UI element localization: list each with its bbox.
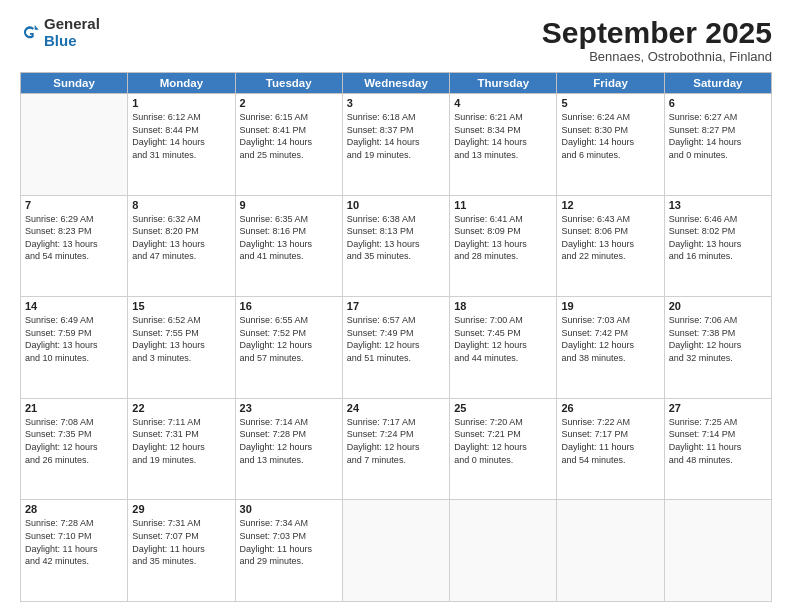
calendar-cell: 1Sunrise: 6:12 AM Sunset: 8:44 PM Daylig… — [128, 94, 235, 196]
header-monday: Monday — [128, 73, 235, 94]
calendar-cell: 27Sunrise: 7:25 AM Sunset: 7:14 PM Dayli… — [664, 398, 771, 500]
day-info: Sunrise: 7:08 AM Sunset: 7:35 PM Dayligh… — [25, 416, 123, 466]
day-info: Sunrise: 7:31 AM Sunset: 7:07 PM Dayligh… — [132, 517, 230, 567]
title-block: September 2025 Bennaes, Ostrobothnia, Fi… — [542, 16, 772, 64]
calendar-cell: 4Sunrise: 6:21 AM Sunset: 8:34 PM Daylig… — [450, 94, 557, 196]
calendar-cell: 26Sunrise: 7:22 AM Sunset: 7:17 PM Dayli… — [557, 398, 664, 500]
day-number: 18 — [454, 300, 552, 312]
calendar-cell — [21, 94, 128, 196]
day-number: 2 — [240, 97, 338, 109]
day-number: 6 — [669, 97, 767, 109]
header-thursday: Thursday — [450, 73, 557, 94]
day-info: Sunrise: 7:00 AM Sunset: 7:45 PM Dayligh… — [454, 314, 552, 364]
day-number: 21 — [25, 402, 123, 414]
calendar-cell: 30Sunrise: 7:34 AM Sunset: 7:03 PM Dayli… — [235, 500, 342, 602]
calendar-cell — [342, 500, 449, 602]
day-number: 10 — [347, 199, 445, 211]
calendar-cell: 22Sunrise: 7:11 AM Sunset: 7:31 PM Dayli… — [128, 398, 235, 500]
day-info: Sunrise: 7:34 AM Sunset: 7:03 PM Dayligh… — [240, 517, 338, 567]
calendar-cell: 12Sunrise: 6:43 AM Sunset: 8:06 PM Dayli… — [557, 195, 664, 297]
calendar-cell: 9Sunrise: 6:35 AM Sunset: 8:16 PM Daylig… — [235, 195, 342, 297]
logo: General Blue — [20, 16, 100, 49]
day-info: Sunrise: 6:18 AM Sunset: 8:37 PM Dayligh… — [347, 111, 445, 161]
calendar-cell: 6Sunrise: 6:27 AM Sunset: 8:27 PM Daylig… — [664, 94, 771, 196]
header-sunday: Sunday — [21, 73, 128, 94]
day-number: 7 — [25, 199, 123, 211]
month-title: September 2025 — [542, 16, 772, 49]
calendar-cell: 28Sunrise: 7:28 AM Sunset: 7:10 PM Dayli… — [21, 500, 128, 602]
day-number: 20 — [669, 300, 767, 312]
weekday-header-row: Sunday Monday Tuesday Wednesday Thursday… — [21, 73, 772, 94]
calendar-cell: 19Sunrise: 7:03 AM Sunset: 7:42 PM Dayli… — [557, 297, 664, 399]
day-info: Sunrise: 6:21 AM Sunset: 8:34 PM Dayligh… — [454, 111, 552, 161]
calendar-cell: 15Sunrise: 6:52 AM Sunset: 7:55 PM Dayli… — [128, 297, 235, 399]
day-info: Sunrise: 6:52 AM Sunset: 7:55 PM Dayligh… — [132, 314, 230, 364]
day-info: Sunrise: 6:41 AM Sunset: 8:09 PM Dayligh… — [454, 213, 552, 263]
calendar-cell: 2Sunrise: 6:15 AM Sunset: 8:41 PM Daylig… — [235, 94, 342, 196]
day-info: Sunrise: 6:49 AM Sunset: 7:59 PM Dayligh… — [25, 314, 123, 364]
calendar-cell: 21Sunrise: 7:08 AM Sunset: 7:35 PM Dayli… — [21, 398, 128, 500]
day-info: Sunrise: 6:27 AM Sunset: 8:27 PM Dayligh… — [669, 111, 767, 161]
day-number: 19 — [561, 300, 659, 312]
day-number: 15 — [132, 300, 230, 312]
day-number: 30 — [240, 503, 338, 515]
day-number: 3 — [347, 97, 445, 109]
calendar-cell: 11Sunrise: 6:41 AM Sunset: 8:09 PM Dayli… — [450, 195, 557, 297]
day-number: 27 — [669, 402, 767, 414]
day-number: 14 — [25, 300, 123, 312]
day-info: Sunrise: 6:15 AM Sunset: 8:41 PM Dayligh… — [240, 111, 338, 161]
calendar-cell: 25Sunrise: 7:20 AM Sunset: 7:21 PM Dayli… — [450, 398, 557, 500]
day-info: Sunrise: 6:29 AM Sunset: 8:23 PM Dayligh… — [25, 213, 123, 263]
calendar-cell — [450, 500, 557, 602]
day-info: Sunrise: 7:25 AM Sunset: 7:14 PM Dayligh… — [669, 416, 767, 466]
day-info: Sunrise: 6:35 AM Sunset: 8:16 PM Dayligh… — [240, 213, 338, 263]
header-saturday: Saturday — [664, 73, 771, 94]
logo-text: General Blue — [44, 16, 100, 49]
calendar-cell — [664, 500, 771, 602]
calendar-body: 1Sunrise: 6:12 AM Sunset: 8:44 PM Daylig… — [21, 94, 772, 602]
header-tuesday: Tuesday — [235, 73, 342, 94]
day-number: 13 — [669, 199, 767, 211]
calendar-week-5: 28Sunrise: 7:28 AM Sunset: 7:10 PM Dayli… — [21, 500, 772, 602]
day-info: Sunrise: 7:14 AM Sunset: 7:28 PM Dayligh… — [240, 416, 338, 466]
calendar-week-4: 21Sunrise: 7:08 AM Sunset: 7:35 PM Dayli… — [21, 398, 772, 500]
calendar-cell: 16Sunrise: 6:55 AM Sunset: 7:52 PM Dayli… — [235, 297, 342, 399]
day-number: 1 — [132, 97, 230, 109]
day-number: 26 — [561, 402, 659, 414]
day-info: Sunrise: 6:55 AM Sunset: 7:52 PM Dayligh… — [240, 314, 338, 364]
calendar-cell: 23Sunrise: 7:14 AM Sunset: 7:28 PM Dayli… — [235, 398, 342, 500]
day-number: 8 — [132, 199, 230, 211]
calendar-cell: 13Sunrise: 6:46 AM Sunset: 8:02 PM Dayli… — [664, 195, 771, 297]
calendar-cell: 14Sunrise: 6:49 AM Sunset: 7:59 PM Dayli… — [21, 297, 128, 399]
header-wednesday: Wednesday — [342, 73, 449, 94]
calendar-cell: 29Sunrise: 7:31 AM Sunset: 7:07 PM Dayli… — [128, 500, 235, 602]
day-info: Sunrise: 7:11 AM Sunset: 7:31 PM Dayligh… — [132, 416, 230, 466]
calendar-cell: 7Sunrise: 6:29 AM Sunset: 8:23 PM Daylig… — [21, 195, 128, 297]
day-info: Sunrise: 6:24 AM Sunset: 8:30 PM Dayligh… — [561, 111, 659, 161]
calendar-table: Sunday Monday Tuesday Wednesday Thursday… — [20, 72, 772, 602]
calendar-cell: 20Sunrise: 7:06 AM Sunset: 7:38 PM Dayli… — [664, 297, 771, 399]
calendar-week-1: 1Sunrise: 6:12 AM Sunset: 8:44 PM Daylig… — [21, 94, 772, 196]
day-number: 17 — [347, 300, 445, 312]
day-info: Sunrise: 6:43 AM Sunset: 8:06 PM Dayligh… — [561, 213, 659, 263]
page: General Blue September 2025 Bennaes, Ost… — [0, 0, 792, 612]
day-info: Sunrise: 6:46 AM Sunset: 8:02 PM Dayligh… — [669, 213, 767, 263]
calendar-week-3: 14Sunrise: 6:49 AM Sunset: 7:59 PM Dayli… — [21, 297, 772, 399]
day-number: 23 — [240, 402, 338, 414]
logo-general: General — [44, 16, 100, 33]
day-info: Sunrise: 7:17 AM Sunset: 7:24 PM Dayligh… — [347, 416, 445, 466]
calendar-week-2: 7Sunrise: 6:29 AM Sunset: 8:23 PM Daylig… — [21, 195, 772, 297]
day-number: 28 — [25, 503, 123, 515]
header: General Blue September 2025 Bennaes, Ost… — [20, 16, 772, 64]
day-number: 22 — [132, 402, 230, 414]
day-info: Sunrise: 6:12 AM Sunset: 8:44 PM Dayligh… — [132, 111, 230, 161]
calendar-cell: 24Sunrise: 7:17 AM Sunset: 7:24 PM Dayli… — [342, 398, 449, 500]
logo-blue: Blue — [44, 33, 100, 50]
calendar-cell — [557, 500, 664, 602]
calendar-cell: 3Sunrise: 6:18 AM Sunset: 8:37 PM Daylig… — [342, 94, 449, 196]
day-number: 25 — [454, 402, 552, 414]
calendar-cell: 18Sunrise: 7:00 AM Sunset: 7:45 PM Dayli… — [450, 297, 557, 399]
day-number: 9 — [240, 199, 338, 211]
calendar-cell: 17Sunrise: 6:57 AM Sunset: 7:49 PM Dayli… — [342, 297, 449, 399]
day-number: 4 — [454, 97, 552, 109]
